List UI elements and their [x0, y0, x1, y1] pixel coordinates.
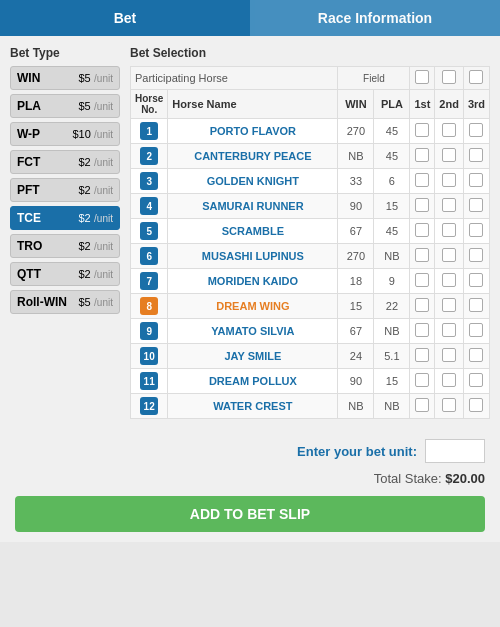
tab-race-information[interactable]: Race Information	[250, 0, 500, 36]
table-row: 1 PORTO FLAVOR 270 45	[131, 119, 490, 144]
field-cb-1[interactable]	[415, 70, 429, 84]
horse-2nd-checkbox-cell	[435, 294, 464, 319]
bet-type-item-tce[interactable]: TCE $2 /unit	[10, 206, 120, 230]
table-row: 10 JAY SMILE 24 5.1	[131, 344, 490, 369]
horse-1st-checkbox[interactable]	[415, 373, 429, 387]
bottom-area: Enter your bet unit: Total Stake: $20.00…	[0, 429, 500, 542]
horse-2nd-checkbox[interactable]	[442, 223, 456, 237]
horse-3rd-checkbox[interactable]	[469, 148, 483, 162]
horse-3rd-checkbox[interactable]	[469, 223, 483, 237]
horse-2nd-checkbox[interactable]	[442, 273, 456, 287]
horse-3rd-checkbox-cell	[463, 194, 489, 219]
horse-win-odds: 90	[338, 369, 374, 394]
horse-1st-checkbox[interactable]	[415, 248, 429, 262]
3rd-header: 3rd	[463, 90, 489, 119]
horse-3rd-checkbox[interactable]	[469, 248, 483, 262]
field-cb-3[interactable]	[469, 70, 483, 84]
horse-1st-checkbox-cell	[410, 119, 435, 144]
horse-number-badge: 12	[140, 397, 158, 415]
horse-3rd-checkbox[interactable]	[469, 348, 483, 362]
horse-3rd-checkbox[interactable]	[469, 173, 483, 187]
bet-selection-title: Bet Selection	[130, 46, 490, 60]
horse-number-badge: 1	[140, 122, 158, 140]
horse-2nd-checkbox[interactable]	[442, 373, 456, 387]
total-stake-amount: $20.00	[445, 471, 485, 486]
tab-bet[interactable]: Bet	[0, 0, 250, 36]
horse-3rd-checkbox[interactable]	[469, 398, 483, 412]
table-row: 6 MUSASHI LUPINUS 270 NB	[131, 244, 490, 269]
bet-type-item-pla[interactable]: PLA $5 /unit	[10, 94, 120, 118]
horse-1st-checkbox-cell	[410, 269, 435, 294]
horse-win-odds: 33	[338, 169, 374, 194]
horse-2nd-checkbox-cell	[435, 369, 464, 394]
horse-3rd-checkbox[interactable]	[469, 273, 483, 287]
bet-type-amount: $5	[79, 72, 91, 84]
horse-1st-checkbox[interactable]	[415, 198, 429, 212]
horse-pla-odds: 5.1	[374, 344, 410, 369]
bet-type-unit: /unit	[94, 73, 113, 84]
bet-type-item-roll-win[interactable]: Roll-WIN $5 /unit	[10, 290, 120, 314]
horse-1st-checkbox[interactable]	[415, 323, 429, 337]
horse-name-cell: GOLDEN KNIGHT	[168, 169, 338, 194]
bet-type-item-win[interactable]: WIN $5 /unit	[10, 66, 120, 90]
bet-type-amount: $2	[79, 212, 91, 224]
horse-2nd-checkbox-cell	[435, 269, 464, 294]
bet-type-item-fct[interactable]: FCT $2 /unit	[10, 150, 120, 174]
bet-type-unit: /unit	[94, 129, 113, 140]
bet-type-item-qtt[interactable]: QTT $2 /unit	[10, 262, 120, 286]
horse-3rd-checkbox[interactable]	[469, 123, 483, 137]
horse-number-badge: 4	[140, 197, 158, 215]
horse-table-body: 1 PORTO FLAVOR 270 45 2 CANTERBURY PEACE…	[131, 119, 490, 419]
horse-2nd-checkbox[interactable]	[442, 298, 456, 312]
2nd-header: 2nd	[435, 90, 464, 119]
bet-type-list: WIN $5 /unit PLA $5 /unit W-P $10 /unit …	[10, 66, 120, 314]
table-row: 5 SCRAMBLE 67 45	[131, 219, 490, 244]
horse-2nd-checkbox[interactable]	[442, 148, 456, 162]
win-header: WIN	[338, 90, 374, 119]
horse-pla-odds: 22	[374, 294, 410, 319]
horse-1st-checkbox[interactable]	[415, 173, 429, 187]
horse-1st-checkbox[interactable]	[415, 398, 429, 412]
bet-type-item-w-p[interactable]: W-P $10 /unit	[10, 122, 120, 146]
horse-3rd-checkbox[interactable]	[469, 373, 483, 387]
field-cb-2[interactable]	[442, 70, 456, 84]
bet-type-unit: /unit	[94, 269, 113, 280]
horse-1st-checkbox[interactable]	[415, 223, 429, 237]
horse-2nd-checkbox[interactable]	[442, 323, 456, 337]
horse-3rd-checkbox[interactable]	[469, 298, 483, 312]
horse-3rd-checkbox-cell	[463, 319, 489, 344]
horse-win-odds: NB	[338, 144, 374, 169]
horse-2nd-checkbox[interactable]	[442, 348, 456, 362]
cb-header-1	[410, 67, 435, 90]
horse-number-badge: 5	[140, 222, 158, 240]
horse-1st-checkbox[interactable]	[415, 273, 429, 287]
horse-1st-checkbox[interactable]	[415, 348, 429, 362]
horse-2nd-checkbox[interactable]	[442, 198, 456, 212]
horse-1st-checkbox[interactable]	[415, 123, 429, 137]
horse-win-odds: 24	[338, 344, 374, 369]
horse-name-cell: JAY SMILE	[168, 344, 338, 369]
horse-1st-checkbox[interactable]	[415, 298, 429, 312]
horse-3rd-checkbox[interactable]	[469, 323, 483, 337]
horse-2nd-checkbox-cell	[435, 319, 464, 344]
horse-number-cell: 7	[131, 269, 168, 294]
horse-2nd-checkbox[interactable]	[442, 248, 456, 262]
horse-no-header: HorseNo.	[131, 90, 168, 119]
bet-unit-input[interactable]	[425, 439, 485, 463]
horse-2nd-checkbox[interactable]	[442, 398, 456, 412]
add-to-bet-slip-button[interactable]: ADD TO BET SLIP	[15, 496, 485, 532]
horse-1st-checkbox[interactable]	[415, 148, 429, 162]
bet-type-amount: $5	[79, 100, 91, 112]
bet-type-item-tro[interactable]: TRO $2 /unit	[10, 234, 120, 258]
horse-pla-odds: 6	[374, 169, 410, 194]
bet-type-name: W-P	[17, 127, 40, 141]
horse-number-badge: 7	[140, 272, 158, 290]
horse-name-cell: MORIDEN KAIDO	[168, 269, 338, 294]
horse-3rd-checkbox-cell	[463, 144, 489, 169]
horse-3rd-checkbox[interactable]	[469, 198, 483, 212]
horse-2nd-checkbox[interactable]	[442, 123, 456, 137]
horse-2nd-checkbox-cell	[435, 194, 464, 219]
horse-2nd-checkbox-cell	[435, 119, 464, 144]
horse-2nd-checkbox[interactable]	[442, 173, 456, 187]
bet-type-item-pft[interactable]: PFT $2 /unit	[10, 178, 120, 202]
